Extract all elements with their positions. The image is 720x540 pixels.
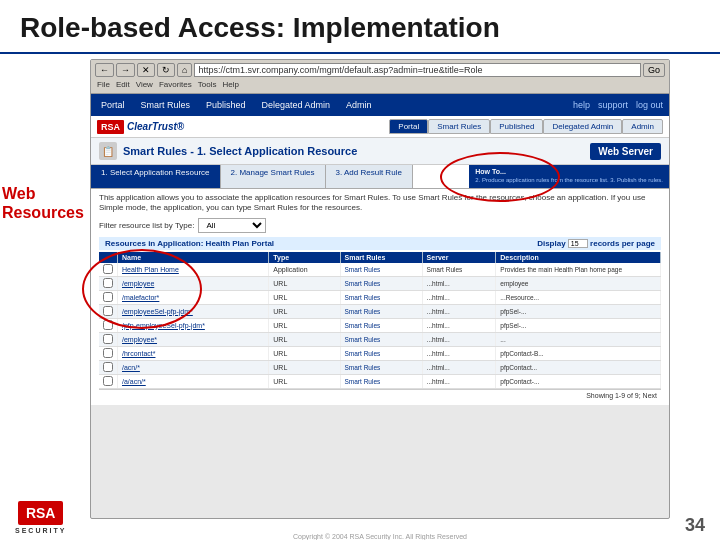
menu-file[interactable]: File (97, 80, 110, 89)
wizard-icon: 📋 (99, 142, 117, 160)
page-header: Role-based Access: Implementation (0, 0, 720, 54)
menu-view[interactable]: View (136, 80, 153, 89)
menu-favorites[interactable]: Favorites (159, 80, 192, 89)
row-server: ...html... (422, 346, 496, 360)
step-tab-2[interactable]: 2. Manage Smart Rules (221, 165, 326, 188)
app-nav-left: Portal Smart Rules Published Delegated A… (97, 98, 376, 112)
row-type: URL (269, 318, 340, 332)
go-button[interactable]: Go (643, 63, 665, 77)
rsa-tab-admin[interactable]: Admin (622, 119, 663, 134)
rsa-header-bar: RSA ClearTrust® Portal Smart Rules Publi… (91, 116, 669, 138)
page-number: 34 (685, 515, 705, 536)
table-row: /employee* URL Smart Rules ...html... ..… (99, 332, 661, 346)
nav-delegated[interactable]: Delegated Admin (258, 98, 335, 112)
nav-published[interactable]: Published (202, 98, 250, 112)
nav-logout[interactable]: log out (636, 100, 663, 110)
rsa-tab-published[interactable]: Published (490, 119, 543, 134)
row-checkbox[interactable] (99, 276, 118, 290)
how-to-text: 2. Produce application rules from the re… (475, 177, 663, 185)
rsa-logo: RSA ClearTrust® (97, 120, 184, 134)
row-checkbox[interactable] (99, 263, 118, 277)
rsa-tab-delegated[interactable]: Delegated Admin (543, 119, 622, 134)
forward-button[interactable]: → (116, 63, 135, 77)
row-type: URL (269, 290, 340, 304)
row-type: URL (269, 304, 340, 318)
row-smart-rules: Smart Rules (340, 263, 422, 277)
row-name[interactable]: /employeeSel-pfp-jdm* (118, 304, 269, 318)
row-server: ...html... (422, 332, 496, 346)
row-checkbox[interactable] (99, 290, 118, 304)
row-name[interactable]: /employee (118, 276, 269, 290)
row-server: ...html... (422, 276, 496, 290)
row-description: pfpSel-... (496, 304, 661, 318)
back-button[interactable]: ← (95, 63, 114, 77)
row-description: pfpContact-B... (496, 346, 661, 360)
step-tab-3[interactable]: 3. Add Result Rule (326, 165, 413, 188)
row-description: ... (496, 332, 661, 346)
display-count-input[interactable] (568, 239, 588, 248)
how-to-title: How To... (475, 168, 663, 175)
row-name[interactable]: /employee* (118, 332, 269, 346)
nav-smart-rules[interactable]: Smart Rules (137, 98, 195, 112)
row-checkbox[interactable] (99, 318, 118, 332)
row-checkbox[interactable] (99, 332, 118, 346)
rsa-tab-portal[interactable]: Portal (389, 119, 428, 134)
row-checkbox[interactable] (99, 374, 118, 388)
row-name[interactable]: /pfp-employeeSel-pfp-jdm* (118, 318, 269, 332)
wizard-header: 📋 Smart Rules - 1. Select Application Re… (91, 138, 669, 165)
col-name: Name (118, 252, 269, 263)
table-row: Health Plan Home Application Smart Rules… (99, 263, 661, 277)
filter-bar: Filter resource list by Type: All URL Ap… (99, 218, 661, 233)
home-button[interactable]: ⌂ (177, 63, 192, 77)
address-bar[interactable] (194, 63, 641, 77)
step-tab-1[interactable]: 1. Select Application Resource (91, 165, 221, 188)
menu-tools[interactable]: Tools (198, 80, 217, 89)
app-nav: Portal Smart Rules Published Delegated A… (91, 94, 669, 116)
row-server: ...html... (422, 304, 496, 318)
menu-edit[interactable]: Edit (116, 80, 130, 89)
app-nav-right: help support log out (573, 100, 663, 110)
nav-portal[interactable]: Portal (97, 98, 129, 112)
web-server-badge: Web Server (590, 143, 661, 160)
table-row: /employee URL Smart Rules ...html... emp… (99, 276, 661, 290)
section-header: Resources in Application: Health Plan Po… (99, 237, 661, 250)
row-description: ...Resource... (496, 290, 661, 304)
filter-select[interactable]: All URL Application (198, 218, 266, 233)
display-info: Display records per page (537, 239, 655, 248)
row-server: ...html... (422, 360, 496, 374)
row-type: URL (269, 374, 340, 388)
stop-button[interactable]: ✕ (137, 63, 155, 77)
row-name[interactable]: /malefactor* (118, 290, 269, 304)
row-checkbox[interactable] (99, 346, 118, 360)
row-name[interactable]: /acn/* (118, 360, 269, 374)
rsa-tab-smart-rules[interactable]: Smart Rules (428, 119, 490, 134)
row-checkbox[interactable] (99, 304, 118, 318)
table-row: /malefactor* URL Smart Rules ...html... … (99, 290, 661, 304)
resources-table: Name Type Smart Rules Server Description… (99, 252, 661, 389)
row-name[interactable]: /hrcontact* (118, 346, 269, 360)
row-name[interactable]: Health Plan Home (118, 263, 269, 277)
rsa-bottom-logo: RSA SECURITY (15, 501, 66, 534)
row-description: pfpSel-... (496, 318, 661, 332)
nav-support[interactable]: support (598, 100, 628, 110)
row-description: pfpContact... (496, 360, 661, 374)
row-type: URL (269, 276, 340, 290)
menu-help[interactable]: Help (222, 80, 238, 89)
clear-trust-brand: ClearTrust® (127, 121, 184, 132)
sidebar-label: WebResources (2, 184, 82, 222)
row-smart-rules: Smart Rules (340, 374, 422, 388)
row-name[interactable]: /a/acn/* (118, 374, 269, 388)
row-server: ...html... (422, 318, 496, 332)
row-smart-rules: Smart Rules (340, 318, 422, 332)
col-smart-rules: Smart Rules (340, 252, 422, 263)
nav-help[interactable]: help (573, 100, 590, 110)
rsa-nav-tabs: Portal Smart Rules Published Delegated A… (389, 119, 663, 134)
row-smart-rules: Smart Rules (340, 304, 422, 318)
nav-admin[interactable]: Admin (342, 98, 376, 112)
table-row: /pfp-employeeSel-pfp-jdm* URL Smart Rule… (99, 318, 661, 332)
refresh-button[interactable]: ↻ (157, 63, 175, 77)
instruction-text: This application allows you to associate… (99, 193, 661, 214)
web-resources-label: WebResources (2, 184, 82, 222)
row-checkbox[interactable] (99, 360, 118, 374)
row-smart-rules: Smart Rules (340, 332, 422, 346)
